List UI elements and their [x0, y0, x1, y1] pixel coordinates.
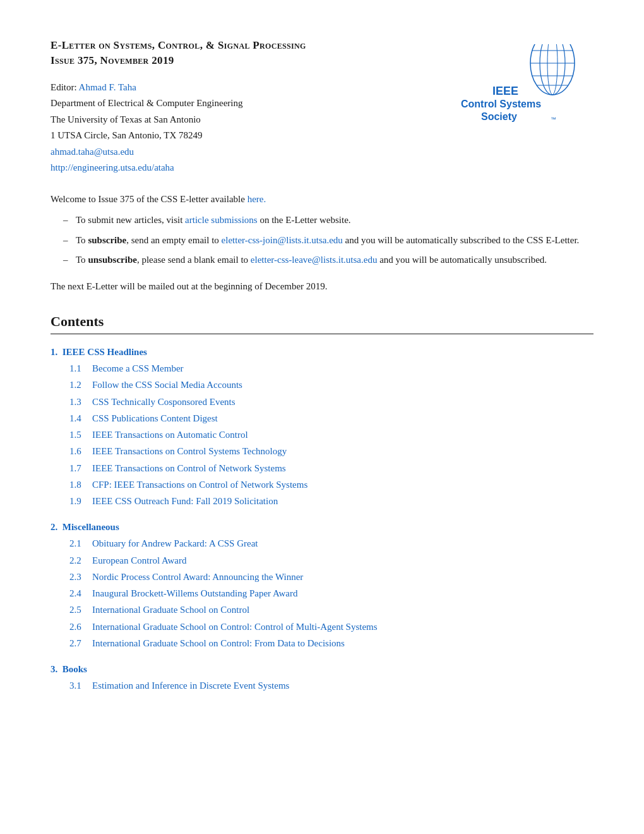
toc-num-1-2: 1.2: [69, 377, 92, 393]
editor-info: Editor: Ahmad F. Taha Department of Elec…: [51, 80, 436, 176]
header-section: E-Letter on Systems, Control, & Signal P…: [51, 38, 593, 176]
toc-item-1-7: 1.7IEEE Transactions on Control of Netwo…: [51, 460, 593, 476]
toc-link-1-5[interactable]: IEEE Transactions on Automatic Control: [92, 426, 593, 443]
toc-item-2-5: 2.5International Graduate School on Cont…: [51, 601, 593, 618]
toc-link-2-2[interactable]: European Control Award: [92, 552, 593, 569]
toc-link-1-6[interactable]: IEEE Transactions on Control Systems Tec…: [92, 443, 593, 459]
bullet-list: To submit new articles, visit article su…: [63, 212, 593, 269]
toc-num-1-1: 1.1: [69, 360, 92, 377]
ieee-logo: IEEE Control Systems Society ™: [455, 44, 593, 129]
toc-link-1-2[interactable]: Follow the CSS Social Media Accounts: [92, 377, 593, 393]
contents-title: Contents: [51, 313, 593, 334]
toc-link-1-9[interactable]: IEEE CSS Outreach Fund: Fall 2019 Solici…: [92, 493, 593, 509]
svg-text:Society: Society: [481, 111, 517, 122]
toc-link-3-1[interactable]: Estimation and Inference in Discrete Eve…: [92, 677, 593, 694]
toc-item-2-4: 2.4Inaugural Brockett-Willems Outstandin…: [51, 585, 593, 601]
svg-point-0: [530, 44, 575, 95]
editor-dept: Department of Electrical & Computer Engi…: [51, 98, 242, 108]
next-letter: The next E-Letter will be mailed out at …: [51, 279, 593, 295]
toc-num-2-5: 2.5: [69, 601, 92, 618]
toc-num-1-9: 1.9: [69, 493, 92, 509]
editor-email-link[interactable]: ahmad.taha@utsa.edu: [51, 147, 134, 157]
svg-text:IEEE: IEEE: [492, 85, 518, 97]
toc-link-2-3[interactable]: Nordic Process Control Award: Announcing…: [92, 569, 593, 585]
svg-point-1: [540, 44, 565, 95]
unsubscribe-bold: unsubscribe: [88, 255, 137, 265]
toc-num-1-3: 1.3: [69, 394, 92, 410]
toc-item-2-3: 2.3Nordic Process Control Award: Announc…: [51, 569, 593, 585]
title-block: E-Letter on Systems, Control, & Signal P…: [51, 38, 436, 68]
toc-link-1-8[interactable]: CFP: IEEE Transactions on Control of Net…: [92, 476, 593, 493]
toc-num-1-4: 1.4: [69, 410, 92, 426]
section-1-label: IEEE CSS Headlines: [63, 347, 147, 357]
toc-item-1-5: 1.5IEEE Transactions on Automatic Contro…: [51, 426, 593, 443]
toc-link-2-6[interactable]: International Graduate School on Control…: [92, 619, 593, 635]
svg-point-2: [547, 44, 558, 95]
toc-item-1-6: 1.6IEEE Transactions on Control Systems …: [51, 443, 593, 459]
toc-link-1-7[interactable]: IEEE Transactions on Control of Network …: [92, 460, 593, 476]
toc-item-1-4: 1.4CSS Publications Content Digest: [51, 410, 593, 426]
toc-item-1-8: 1.8CFP: IEEE Transactions on Control of …: [51, 476, 593, 493]
toc-num-1-8: 1.8: [69, 476, 92, 493]
bullet-item-3: To unsubscribe, please send a blank emai…: [63, 252, 593, 269]
welcome-text: Welcome to Issue 375 of the CSS E-letter…: [51, 194, 245, 204]
editor-url-link[interactable]: http://engineering.utsa.edu/ataha: [51, 162, 174, 172]
toc-section-3: 3. Books 3.1Estimation and Inference in …: [51, 664, 593, 694]
subscribe-email-link[interactable]: eletter-css-join@lists.it.utsa.edu: [222, 235, 343, 245]
toc-link-1-1[interactable]: Become a CSS Member: [92, 360, 593, 377]
toc-link-2-4[interactable]: Inaugural Brockett-Willems Outstanding P…: [92, 585, 593, 601]
editor-label: Editor:: [51, 82, 77, 92]
toc-link-2-5[interactable]: International Graduate School on Control: [92, 601, 593, 618]
welcome-here-link[interactable]: here.: [247, 194, 266, 204]
toc-num-1-7: 1.7: [69, 460, 92, 476]
editor-university: The University of Texas at San Antonio: [51, 114, 201, 124]
toc-num-2-6: 2.6: [69, 619, 92, 635]
section-3-num: 3.: [51, 664, 57, 674]
toc-link-1-4[interactable]: CSS Publications Content Digest: [92, 410, 593, 426]
toc-section-3-title: 3. Books: [51, 664, 593, 675]
section-2-label: Miscellaneous: [63, 522, 119, 532]
toc-link-1-3[interactable]: CSS Technically Cosponsored Events: [92, 394, 593, 410]
toc-item-3-1: 3.1Estimation and Inference in Discrete …: [51, 677, 593, 694]
toc-num-2-3: 2.3: [69, 569, 92, 585]
bullet-item-1: To submit new articles, visit article su…: [63, 212, 593, 229]
toc-item-2-6: 2.6International Graduate School on Cont…: [51, 619, 593, 635]
section-2-num: 2.: [51, 522, 57, 532]
svg-text:™: ™: [551, 116, 556, 123]
toc-section-1: 1. IEEE CSS Headlines 1.1Become a CSS Me…: [51, 347, 593, 509]
bullet-item-2: To subscribe, send an empty email to ele…: [63, 233, 593, 249]
toc-item-1-2: 1.2Follow the CSS Social Media Accounts: [51, 377, 593, 393]
editor-name-link[interactable]: Ahmad F. Taha: [79, 82, 136, 92]
header-left: E-Letter on Systems, Control, & Signal P…: [51, 38, 436, 176]
contents-section: Contents 1. IEEE CSS Headlines 1.1Become…: [51, 313, 593, 694]
toc-num-1-5: 1.5: [69, 426, 92, 443]
toc-item-2-2: 2.2European Control Award: [51, 552, 593, 569]
article-submissions-link[interactable]: article submissions: [185, 215, 258, 225]
section-3-label: Books: [63, 664, 87, 674]
page: E-Letter on Systems, Control, & Signal P…: [0, 0, 644, 834]
title-line1: E-Letter on Systems, Control, & Signal P…: [51, 39, 306, 51]
toc-section-2: 2. Miscellaneous 2.1Obituary for Andrew …: [51, 522, 593, 651]
toc-num-1-6: 1.6: [69, 443, 92, 459]
toc-link-2-1[interactable]: Obituary for Andrew Packard: A CSS Great: [92, 535, 593, 552]
subscribe-bold: subscribe: [88, 235, 126, 245]
toc-num-2-4: 2.4: [69, 585, 92, 601]
toc-item-2-1: 2.1Obituary for Andrew Packard: A CSS Gr…: [51, 535, 593, 552]
section-1-num: 1.: [51, 347, 57, 357]
ieee-logo-svg: IEEE Control Systems Society ™: [455, 44, 593, 126]
toc-num-2-7: 2.7: [69, 635, 92, 651]
main-title: E-Letter on Systems, Control, & Signal P…: [51, 38, 436, 68]
toc-item-2-7: 2.7International Graduate School on Cont…: [51, 635, 593, 651]
toc-link-2-7[interactable]: International Graduate School on Control…: [92, 635, 593, 651]
toc-item-1-1: 1.1Become a CSS Member: [51, 360, 593, 377]
toc-item-1-3: 1.3CSS Technically Cosponsored Events: [51, 394, 593, 410]
title-line2: Issue 375, November 2019: [51, 54, 174, 66]
toc-section-1-title: 1. IEEE CSS Headlines: [51, 347, 593, 358]
unsubscribe-email-link[interactable]: eletter-css-leave@lists.it.utsa.edu: [251, 255, 378, 265]
toc-section-2-title: 2. Miscellaneous: [51, 522, 593, 533]
toc-num-2-2: 2.2: [69, 552, 92, 569]
welcome-section: Welcome to Issue 375 of the CSS E-letter…: [51, 191, 593, 208]
toc-num-2-1: 2.1: [69, 535, 92, 552]
editor-address: 1 UTSA Circle, San Antonio, TX 78249: [51, 130, 203, 140]
toc-item-1-9: 1.9IEEE CSS Outreach Fund: Fall 2019 Sol…: [51, 493, 593, 509]
